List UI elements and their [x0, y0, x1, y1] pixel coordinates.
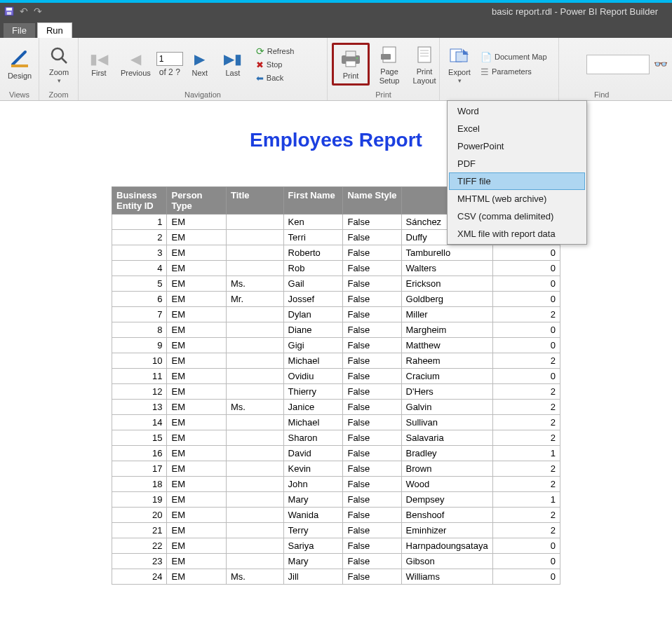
page-count-text: of 2 ?: [159, 67, 180, 77]
export-dropdown[interactable]: WordExcelPowerPointPDFTIFF fileMHTML (we…: [447, 100, 587, 245]
table-row: 7EMDylanFalseMiller2: [112, 307, 560, 322]
table-cell: 15: [112, 430, 167, 446]
table-cell: 2: [492, 400, 560, 415]
table-cell: EM: [167, 215, 227, 230]
table-row: 8EMDianeFalseMargheim0: [112, 322, 560, 338]
table-cell: False: [343, 261, 401, 276]
page-setup-button[interactable]: Page Setup: [374, 42, 405, 86]
design-button[interactable]: Design: [4, 46, 35, 81]
undo-icon[interactable]: ↶: [20, 6, 28, 17]
table-cell: 6: [112, 292, 167, 307]
table-cell: 22: [112, 538, 167, 554]
table-cell: EM: [167, 230, 227, 245]
print-button[interactable]: Print: [335, 46, 366, 81]
export-menu-item[interactable]: PDF: [449, 155, 585, 172]
table-cell: Mary: [283, 492, 343, 508]
export-menu-item[interactable]: PowerPoint: [449, 137, 585, 155]
export-menu-item[interactable]: Word: [449, 102, 585, 120]
table-cell: EM: [167, 400, 227, 415]
table-cell: Matthew: [401, 338, 492, 353]
table-cell: EM: [167, 353, 227, 369]
refresh-button[interactable]: ⟳ Refresh: [255, 45, 296, 57]
svg-rect-11: [381, 54, 391, 60]
table-cell: Gibson: [401, 554, 492, 569]
table-row: 15EMSharonFalseSalavaria2: [112, 430, 560, 446]
page-number-input[interactable]: [156, 52, 183, 66]
table-cell: 11: [112, 369, 167, 384]
table-cell: Mr.: [226, 292, 283, 307]
table-cell: 1: [492, 492, 560, 508]
table-cell: False: [343, 276, 401, 292]
table-cell: Michael: [283, 353, 343, 369]
table-cell: Kevin: [283, 461, 343, 477]
save-icon[interactable]: [4, 6, 14, 16]
tab-file[interactable]: File: [3, 22, 36, 38]
export-icon: [448, 44, 471, 67]
table-cell: 0: [492, 554, 560, 569]
table-cell: 23: [112, 554, 167, 569]
table-cell: Dylan: [283, 307, 343, 322]
table-row: 3EMRobertoFalseTamburello0: [112, 245, 560, 261]
previous-icon: ◀: [128, 50, 144, 67]
zoom-button[interactable]: Zoom ▾: [43, 43, 74, 86]
table-cell: 0: [492, 569, 560, 585]
table-cell: Miller: [401, 307, 492, 322]
table-cell: Benshoof: [401, 508, 492, 523]
table-row: 24EMMs.JillFalseWilliams0: [112, 569, 560, 585]
table-cell: EM: [167, 369, 227, 384]
tab-run[interactable]: Run: [37, 22, 72, 38]
last-button[interactable]: ▶▮ Last: [217, 49, 249, 79]
parameters-button[interactable]: ☰ Parameters: [479, 66, 549, 78]
table-cell: 3: [112, 245, 167, 261]
last-icon: ▶▮: [221, 50, 245, 67]
table-cell: 0: [492, 261, 560, 276]
table-cell: EM: [167, 292, 227, 307]
table-cell: EM: [167, 415, 227, 430]
table-cell: Thierry: [283, 384, 343, 400]
table-cell: Ms.: [226, 400, 283, 415]
group-label-navigation: Navigation: [79, 90, 327, 100]
parameters-icon: ☰: [481, 67, 489, 77]
export-menu-item[interactable]: Excel: [449, 120, 585, 137]
binoculars-icon[interactable]: 👓: [654, 57, 668, 71]
table-cell: False: [343, 538, 401, 554]
table-cell: [226, 430, 283, 446]
export-menu-item[interactable]: XML file with report data: [449, 225, 585, 243]
group-label-print: Print: [328, 90, 439, 100]
svg-point-4: [52, 48, 63, 60]
document-map-button[interactable]: 📄 Document Map: [479, 51, 549, 63]
table-cell: False: [343, 523, 401, 538]
export-menu-item[interactable]: CSV (comma delimited): [449, 207, 585, 225]
table-cell: 12: [112, 384, 167, 400]
export-menu-item[interactable]: MHTML (web archive): [449, 190, 585, 207]
column-header: First Name: [283, 187, 343, 215]
stop-button[interactable]: ✖ Stop: [255, 59, 296, 71]
table-cell: False: [343, 353, 401, 369]
print-layout-button[interactable]: Print Layout: [409, 42, 440, 86]
table-cell: EM: [167, 322, 227, 338]
svg-rect-12: [418, 47, 431, 62]
table-cell: [226, 538, 283, 554]
table-cell: 9: [112, 338, 167, 353]
table-cell: [226, 245, 283, 261]
table-cell: [226, 508, 283, 523]
redo-icon[interactable]: ↷: [34, 6, 42, 17]
export-button[interactable]: Export ▾: [444, 43, 475, 86]
table-cell: Ken: [283, 215, 343, 230]
back-button[interactable]: ⬅ Back: [255, 72, 296, 84]
table-cell: 19: [112, 492, 167, 508]
find-input[interactable]: [586, 55, 650, 74]
table-cell: [226, 215, 283, 230]
table-cell: Terry: [283, 523, 343, 538]
table-cell: EM: [167, 461, 227, 477]
table-cell: [226, 384, 283, 400]
table-cell: Eminhizer: [401, 523, 492, 538]
table-cell: 0: [492, 369, 560, 384]
table-row: 12EMThierryFalseD'Hers2: [112, 384, 560, 400]
table-cell: Roberto: [283, 245, 343, 261]
title-bar: ↶ ↷ basic report.rdl - Power BI Report B…: [0, 0, 672, 20]
table-cell: Janice: [283, 400, 343, 415]
next-button[interactable]: ▶ Next: [184, 49, 215, 79]
refresh-icon: ⟳: [256, 46, 264, 57]
export-menu-item[interactable]: TIFF file: [449, 172, 585, 190]
